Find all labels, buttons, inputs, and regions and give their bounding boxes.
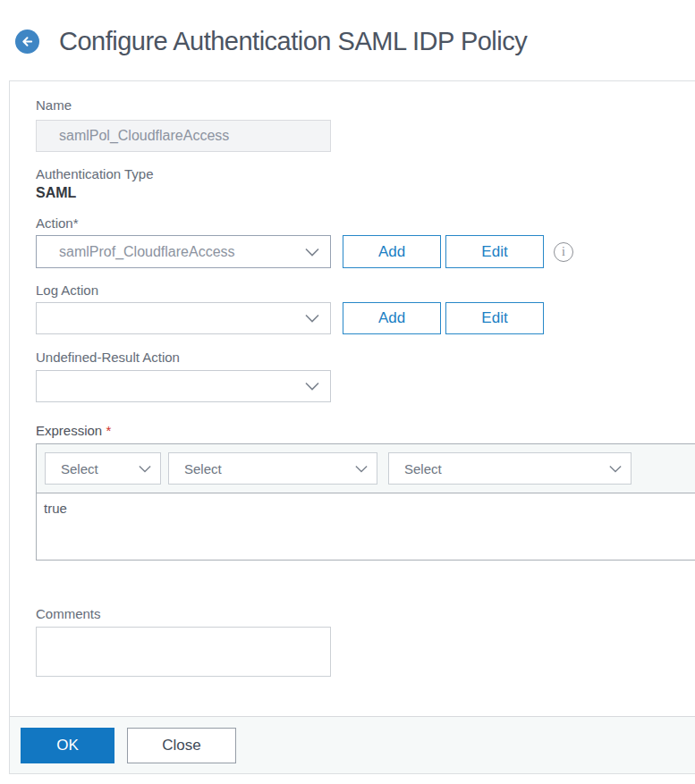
expression-toolbar: Select Select Select [37, 444, 695, 493]
form-panel: Name Authentication Type SAML Action* sa… [9, 80, 695, 774]
name-label: Name [36, 97, 695, 114]
chevron-down-icon [139, 465, 151, 473]
expression-operator-select-2[interactable]: Select [168, 452, 377, 485]
log-action-edit-button[interactable]: Edit [445, 302, 544, 334]
ok-button[interactable]: OK [21, 728, 114, 763]
action-label: Action* [36, 215, 695, 232]
comments-input[interactable] [36, 627, 331, 677]
expression-operator-select-3-value: Select [404, 461, 609, 476]
page-title: Configure Authentication SAML IDP Policy [59, 29, 527, 55]
action-add-button[interactable]: Add [343, 235, 441, 268]
authentication-type-value: SAML [36, 185, 695, 201]
name-input[interactable] [36, 120, 331, 152]
undefined-result-action-label: Undefined-Result Action [36, 350, 695, 366]
field-authentication-type: Authentication Type SAML [36, 166, 695, 201]
expression-operator-select-1-value: Select [61, 461, 139, 476]
chevron-down-icon [305, 382, 319, 391]
field-undefined-result-action: Undefined-Result Action [36, 350, 695, 402]
log-action-label: Log Action [36, 282, 695, 299]
action-select[interactable]: samlProf_CloudflareAccess [36, 235, 331, 268]
chevron-down-icon [305, 314, 319, 323]
undefined-result-action-select[interactable] [36, 370, 331, 402]
action-select-value: samlProf_CloudflareAccess [59, 244, 305, 260]
expression-editor: Select Select Select [36, 443, 695, 561]
chevron-down-icon [305, 248, 319, 257]
action-edit-button[interactable]: Edit [445, 235, 544, 268]
page-header: Configure Authentication SAML IDP Policy [0, 0, 695, 80]
field-action: Action* samlProf_CloudflareAccess Add Ed… [36, 215, 695, 268]
log-action-add-button[interactable]: Add [343, 302, 441, 334]
expression-operator-select-1[interactable]: Select [45, 452, 161, 485]
info-icon[interactable]: i [554, 242, 573, 262]
field-log-action: Log Action Add Edit [36, 282, 695, 334]
expression-label-text: Expression [36, 423, 102, 438]
expression-operator-select-3[interactable]: Select [388, 452, 631, 485]
authentication-type-label: Authentication Type [36, 166, 695, 182]
expression-input[interactable]: true [37, 493, 695, 560]
expression-label: Expression * [36, 423, 695, 439]
footer: OK Close [10, 716, 695, 773]
chevron-down-icon [355, 465, 368, 473]
form-body: Name Authentication Type SAML Action* sa… [10, 81, 695, 696]
required-asterisk: * [106, 423, 111, 438]
expression-operator-select-2-value: Select [184, 461, 355, 476]
field-comments: Comments [36, 606, 695, 677]
chevron-down-icon [609, 465, 622, 473]
close-button[interactable]: Close [127, 728, 236, 763]
back-button[interactable] [15, 30, 39, 54]
field-name: Name [36, 97, 695, 152]
arrow-left-icon [21, 35, 34, 48]
log-action-select[interactable] [36, 302, 331, 334]
comments-label: Comments [36, 606, 695, 622]
field-expression: Expression * Select Select [36, 423, 695, 561]
